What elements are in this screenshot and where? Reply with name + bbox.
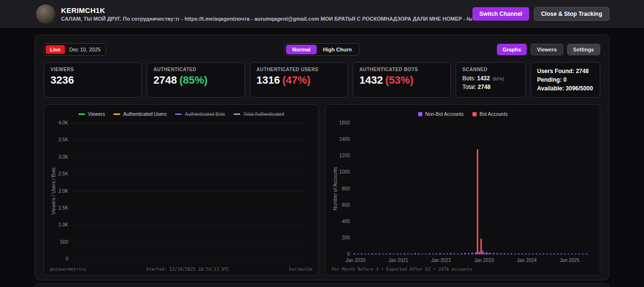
svg-text:Viewers / Users / Bots: Viewers / Users / Bots	[51, 167, 56, 214]
svg-text:Jan 2025: Jan 2025	[560, 258, 580, 263]
viewers-label: VIEWERS	[50, 67, 135, 72]
authenticated-users-value: 1316	[257, 74, 280, 86]
viewers-value: 3236	[50, 74, 74, 86]
svg-text:200: 200	[342, 235, 350, 240]
authenticated-users-card: AUTHENTICATED USERS 1316(47%)	[250, 62, 348, 98]
svg-text:1000: 1000	[339, 169, 350, 175]
authenticated-label: AUTHENTICATED	[153, 67, 238, 72]
svg-text:Jan 2021: Jan 2021	[388, 258, 409, 263]
legend-item-authenticated-bots[interactable]: Authenticated Bots	[175, 112, 225, 117]
svg-text:0: 0	[347, 251, 350, 257]
chart-footer-channel: kerimch1k	[289, 267, 312, 272]
authenticated-bots-label: AUTHENTICATED BOTS	[359, 67, 444, 72]
tracking-panel: Live Dec 10, 2025 Normal High Churn Grap…	[35, 35, 609, 280]
mode-high-churn-button[interactable]: High Churn	[317, 45, 358, 54]
scanned-total-line: Total: 2748	[462, 83, 519, 91]
pending-line: Pending: 0	[537, 75, 594, 84]
stats-row: VIEWERS 3236 AUTHENTICATED 2748(85%) AUT…	[44, 62, 600, 98]
svg-text:3.0K: 3.0K	[58, 154, 68, 160]
top-header: KERIMCH1K САЛАМ, ТЫ МОЙ ДРУГ. По сотрудн…	[0, 0, 644, 28]
users-found-line: Users Found: 2748	[537, 67, 594, 75]
legend-label: Non-Bot Accounts	[425, 112, 464, 117]
next-panel-edge	[35, 283, 609, 287]
header-actions: Switch Channel Close & Stop Tracking	[472, 7, 609, 21]
live-badge: Live	[46, 45, 65, 54]
scanned-card: SCANNED Bots: 1432 (52%) Total: 2748	[456, 62, 526, 98]
charts-row: ViewersAuthenticated UsersAuthenticated …	[44, 104, 600, 275]
legend-item-total-authenticated[interactable]: Total Authenticated	[234, 112, 284, 117]
scanned-label: SCANNED	[462, 67, 519, 72]
panel-toolbar: Live Dec 10, 2025 Normal High Churn Grap…	[44, 43, 600, 56]
authenticated-users-label: AUTHENTICATED USERS	[257, 67, 341, 72]
svg-text:800: 800	[342, 186, 350, 191]
tab-viewers[interactable]: Viewers	[531, 44, 563, 55]
channel-avatar	[36, 4, 55, 24]
legend-marker-icon	[472, 112, 477, 116]
legend-marker-icon	[113, 113, 120, 115]
authenticated-bots-card: AUTHENTICATED BOTS 1432(53%)	[353, 62, 451, 98]
viewers-line-chart-panel: ViewersAuthenticated UsersAuthenticated …	[44, 104, 319, 275]
switch-channel-button[interactable]: Switch Channel	[472, 7, 529, 21]
svg-text:500: 500	[60, 239, 68, 245]
svg-text:600: 600	[342, 202, 350, 208]
authenticated-percent: (85%)	[179, 74, 208, 86]
viewers-chart-legend: ViewersAuthenticated UsersAuthenticated …	[50, 110, 312, 118]
accounts-chart-footer: Per Month Before 4 • Expected After 62 •…	[332, 265, 594, 272]
svg-text:Jan 2024: Jan 2024	[517, 258, 537, 263]
svg-text:1.5K: 1.5K	[58, 205, 68, 211]
svg-text:Number of Accounts: Number of Accounts	[333, 167, 338, 210]
live-status-pill: Live Dec 10, 2025	[44, 43, 106, 56]
tab-graphs[interactable]: Graphs	[497, 44, 527, 55]
svg-text:1600: 1600	[339, 120, 350, 125]
churn-mode-toggle: Normal High Churn	[285, 43, 359, 56]
chart-footer-brand: @viewermetrics	[50, 267, 87, 272]
legend-label: Viewers	[88, 112, 105, 117]
scanned-bots-value: 1432	[477, 75, 490, 82]
legend-item-non-bot-accounts[interactable]: Non-Bot Accounts	[418, 112, 464, 117]
svg-text:4.0K: 4.0K	[58, 120, 68, 125]
svg-text:0: 0	[65, 256, 68, 262]
channel-name: KERIMCH1K	[61, 6, 503, 14]
chart-footer-accounts-summary: Per Month Before 4 • Expected After 62 •…	[332, 267, 472, 272]
legend-item-bot-accounts[interactable]: Bot Accounts	[472, 112, 508, 117]
viewers-chart-footer: @viewermetrics Started: 12/10/2025 10:54…	[50, 265, 312, 272]
legend-marker-icon	[418, 112, 422, 116]
stream-date: Dec 10, 2025	[69, 47, 100, 52]
svg-text:1200: 1200	[339, 153, 350, 158]
summary-card: Users Found: 2748 Pending: 0 Available: …	[531, 62, 601, 98]
tab-settings[interactable]: Settings	[567, 44, 600, 55]
svg-text:Jan 2020: Jan 2020	[346, 258, 366, 263]
scanned-bots-line: Bots: 1432 (52%)	[462, 74, 519, 83]
scanned-bots-percent: (52%)	[493, 76, 504, 81]
authenticated-users-percent: (47%)	[282, 74, 310, 86]
legend-marker-icon	[234, 113, 240, 115]
legend-item-authenticated-users[interactable]: Authenticated Users	[113, 112, 166, 117]
accounts-chart-legend: Non-Bot AccountsBot Accounts	[332, 110, 594, 118]
scanned-total-label: Total:	[462, 84, 476, 90]
chart-footer-started: Started: 12/10/2025 10:54:13 UTC	[146, 267, 229, 272]
plot-0-svg: 05001.0K1.5K2.0K2.5K3.0K3.5K4.0KViewers …	[50, 118, 312, 265]
svg-text:400: 400	[342, 219, 350, 224]
authenticated-value: 2748	[153, 74, 177, 86]
legend-label: Authenticated Users	[123, 112, 166, 117]
mode-normal-button[interactable]: Normal	[286, 45, 317, 54]
legend-item-viewers[interactable]: Viewers	[78, 112, 105, 117]
legend-marker-icon	[78, 113, 85, 115]
svg-text:Jan 2022: Jan 2022	[431, 258, 451, 263]
svg-text:Jan 2023: Jan 2023	[474, 258, 494, 263]
authenticated-bots-percent: (53%)	[385, 74, 414, 86]
svg-text:1400: 1400	[339, 137, 350, 142]
plot-1-svg: 02004006008001000120014001600Number of A…	[332, 118, 594, 265]
scanned-total-value: 2748	[478, 84, 491, 90]
accounts-bar-chart-panel: Non-Bot AccountsBot Accounts 02004006008…	[325, 104, 600, 275]
channel-text-block: KERIMCH1K САЛАМ, ТЫ МОЙ ДРУГ. По сотрудн…	[61, 6, 503, 22]
close-stop-tracking-button[interactable]: Close & Stop Tracking	[534, 7, 609, 21]
svg-text:3.5K: 3.5K	[58, 137, 68, 142]
svg-text:2.5K: 2.5K	[58, 171, 68, 176]
viewers-chart-plot: 05001.0K1.5K2.0K2.5K3.0K3.5K4.0KViewers …	[50, 118, 312, 265]
legend-label: Bot Accounts	[480, 112, 508, 117]
viewers-card: VIEWERS 3236	[44, 62, 142, 98]
authenticated-card: AUTHENTICATED 2748(85%)	[147, 62, 245, 98]
svg-text:1.0K: 1.0K	[58, 222, 68, 227]
channel-description: САЛАМ, ТЫ МОЙ ДРУГ. По сотрудничеству:тг…	[61, 16, 503, 22]
